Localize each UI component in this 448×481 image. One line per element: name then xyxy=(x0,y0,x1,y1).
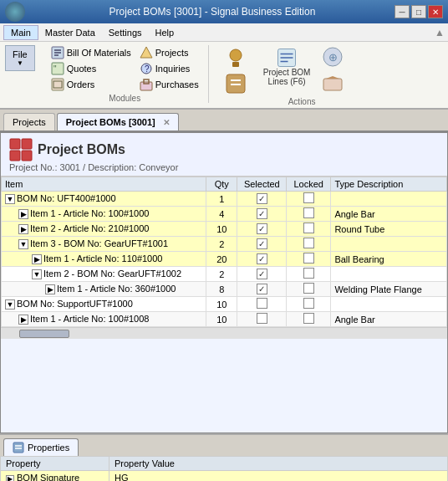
cell-locked[interactable] xyxy=(287,267,331,282)
expand-button[interactable]: ▶ xyxy=(18,224,28,234)
menu-item-settings[interactable]: Settings xyxy=(102,26,149,39)
orders-label: Orders xyxy=(67,79,95,90)
expand-button[interactable]: ▼ xyxy=(18,239,28,249)
ribbon-bom[interactable]: Bill Of Materials xyxy=(48,45,134,60)
content-subtitle: Project No.: 3001 / Description: Conveyo… xyxy=(9,162,439,172)
cell-selected[interactable]: ✓ xyxy=(237,267,287,282)
table-row[interactable]: ▶Item 1 - Article No: 360#10008✓Welding … xyxy=(2,282,447,297)
locked-checkbox[interactable] xyxy=(303,223,314,233)
selected-checkbox[interactable]: ✓ xyxy=(257,253,267,264)
project-bom-lines-label: Project BOM Lines (F6) xyxy=(263,68,311,86)
tab-projects[interactable]: Projects xyxy=(3,113,55,130)
ribbon-orders[interactable]: Orders xyxy=(48,77,134,92)
menu-collapse[interactable]: ▲ xyxy=(435,27,445,38)
cell-selected[interactable] xyxy=(237,297,287,312)
svg-point-13 xyxy=(230,49,242,61)
selected-checkbox[interactable] xyxy=(257,298,267,309)
close-button[interactable]: ✕ xyxy=(428,5,443,18)
locked-checkbox[interactable] xyxy=(303,283,314,294)
checkmark-icon: ✓ xyxy=(258,254,265,264)
menu-item-help[interactable]: Help xyxy=(149,26,181,39)
ribbon-col-right: Projects ? Inquiries Purchases xyxy=(137,45,201,92)
menu-item-masterdata[interactable]: Master Data xyxy=(38,26,102,39)
minimize-button[interactable]: ─ xyxy=(395,5,410,18)
svg-rect-14 xyxy=(232,62,239,67)
cell-item: ▶Item 1 - Article No: 110#1000 xyxy=(2,252,206,267)
cell-selected[interactable]: ✓ xyxy=(237,282,287,297)
locked-checkbox[interactable] xyxy=(303,268,314,279)
expand-button[interactable]: ▼ xyxy=(32,269,42,279)
table-row[interactable]: ▼BOM No: UFT400#10001✓ xyxy=(2,192,447,207)
tab-project-boms[interactable]: Project BOMs [3001] ✕ xyxy=(57,113,179,130)
selected-checkbox[interactable]: ✓ xyxy=(257,223,267,234)
col-type: Type Description xyxy=(331,177,447,192)
locked-checkbox[interactable] xyxy=(303,253,314,264)
ribbon-actions-items: Project BOM Lines (F6) ⊕ xyxy=(259,45,345,95)
cell-type xyxy=(331,297,447,312)
locked-checkbox[interactable] xyxy=(303,313,314,324)
maximize-button[interactable]: □ xyxy=(411,5,426,18)
tab-close-icon[interactable]: ✕ xyxy=(163,118,170,127)
ribbon-purchases[interactable]: Purchases xyxy=(137,77,201,92)
table-row[interactable]: ▼BOM No: SupportUFT#100010 xyxy=(2,297,447,312)
cell-qty: 2 xyxy=(206,237,237,252)
expand-button[interactable]: ▶ xyxy=(32,254,42,264)
locked-checkbox[interactable] xyxy=(303,192,314,203)
expand-button[interactable]: ▼ xyxy=(5,194,15,204)
table-row[interactable]: ▶Item 2 - Article No: 210#100010✓Round T… xyxy=(2,222,447,237)
file-button[interactable]: File ▼ xyxy=(5,45,35,71)
locked-checkbox[interactable] xyxy=(303,238,314,248)
cell-selected[interactable]: ✓ xyxy=(237,252,287,267)
tree-table[interactable]: Item Qty Selected Locked Type Descriptio… xyxy=(1,177,447,432)
scroll-thumb[interactable] xyxy=(19,330,69,338)
selected-checkbox[interactable]: ✓ xyxy=(257,238,267,249)
expand-button[interactable]: ▶ xyxy=(18,315,28,325)
properties-panel: Properties Property Property Value ▶BOM … xyxy=(0,433,448,481)
cell-qty: 10 xyxy=(206,312,237,327)
cell-locked[interactable] xyxy=(287,237,331,252)
locked-checkbox[interactable] xyxy=(303,207,314,218)
expand-button[interactable]: ▶ xyxy=(45,284,55,294)
table-row[interactable]: ▶Item 1 - Article No: 100#10004✓Angle Ba… xyxy=(2,207,447,222)
content-title: Project BOMs xyxy=(9,138,439,161)
table-row[interactable]: ▶Item 1 - Article No: 110#100020✓Ball Be… xyxy=(2,252,447,267)
ribbon-inquiries[interactable]: ? Inquiries xyxy=(137,61,201,76)
cell-selected[interactable]: ✓ xyxy=(237,222,287,237)
checkmark-icon: ✓ xyxy=(258,239,265,248)
cell-selected[interactable]: ✓ xyxy=(237,237,287,252)
selected-checkbox[interactable] xyxy=(257,313,267,324)
cell-selected[interactable]: ✓ xyxy=(237,192,287,207)
expand-button[interactable]: ▶ xyxy=(18,209,28,219)
selected-checkbox[interactable]: ✓ xyxy=(257,269,267,279)
cell-locked[interactable] xyxy=(287,252,331,267)
table-row[interactable]: ▼Item 3 - BOM No: GearUFT#10012✓ xyxy=(2,237,447,252)
ribbon-project-bom-lines[interactable]: Project BOM Lines (F6) xyxy=(259,45,315,89)
checkmark-icon: ✓ xyxy=(258,284,265,294)
properties-tab[interactable]: Properties xyxy=(3,438,79,456)
locked-checkbox[interactable] xyxy=(303,298,314,309)
table-row[interactable]: ▼Item 2 - BOM No: GearUFT#10022✓ xyxy=(2,267,447,282)
cell-locked[interactable] xyxy=(287,222,331,237)
cell-selected[interactable]: ✓ xyxy=(237,207,287,222)
ribbon-projects[interactable]: Projects xyxy=(137,45,201,60)
selected-checkbox[interactable]: ✓ xyxy=(257,193,267,204)
cell-locked[interactable] xyxy=(287,312,331,327)
cell-locked[interactable] xyxy=(287,297,331,312)
cell-locked[interactable] xyxy=(287,207,331,222)
expand-button[interactable]: ▼ xyxy=(5,299,15,310)
cell-locked[interactable] xyxy=(287,282,331,297)
ribbon: File ▼ Bill Of Materials " Quotes xyxy=(0,42,448,110)
cell-locked[interactable] xyxy=(287,192,331,207)
window-title: Project BOMs [3001] - Signal Business Ed… xyxy=(30,6,395,18)
project-bom-lines-icon xyxy=(277,48,297,68)
selected-checkbox[interactable]: ✓ xyxy=(257,208,267,219)
cell-selected[interactable] xyxy=(237,312,287,327)
menu-item-main[interactable]: Main xyxy=(3,25,38,40)
cell-type: Welding Plate Flange xyxy=(331,282,447,297)
properties-tab-label: Properties xyxy=(28,443,69,453)
horizontal-scrollbar[interactable] xyxy=(1,327,447,339)
prop-expand-button[interactable]: ▶ xyxy=(6,475,14,482)
table-row[interactable]: ▶Item 1 - Article No: 100#100810Angle Ba… xyxy=(2,312,447,327)
selected-checkbox[interactable]: ✓ xyxy=(257,284,267,294)
ribbon-quotes[interactable]: " Quotes xyxy=(48,61,134,76)
